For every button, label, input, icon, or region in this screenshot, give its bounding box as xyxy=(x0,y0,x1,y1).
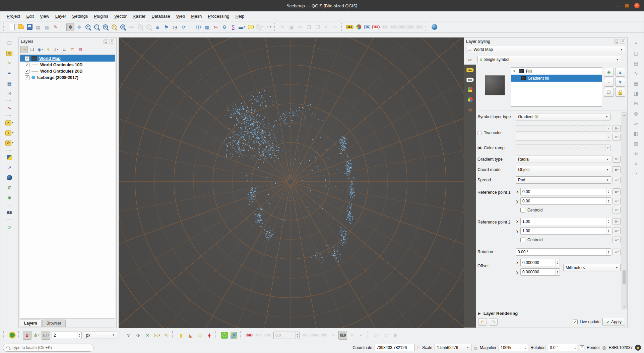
select-features-icon[interactable]: ➤▾ xyxy=(5,119,13,127)
menu-processing[interactable]: Processing xyxy=(205,12,232,20)
tree-expand-icon[interactable]: ▼ xyxy=(513,70,517,73)
menu-web[interactable]: Web xyxy=(173,12,188,20)
elevation-profile-icon[interactable]: ∿ xyxy=(5,104,13,112)
styling-scrollbar[interactable]: ▲▼ xyxy=(622,112,627,309)
offset-x-spin[interactable]: ▲▼ xyxy=(520,259,560,266)
data-source-manager-icon[interactable]: ❏ xyxy=(5,39,13,47)
duplicate-symbol-layer-icon[interactable]: ❐ xyxy=(604,88,614,97)
symbol-layer-type-combo[interactable]: Gradient fill ▼ xyxy=(516,113,610,120)
zoom-to-layer-icon[interactable]: ≣ xyxy=(119,23,127,31)
right-toolbar-icon-2[interactable]: ◫ xyxy=(632,49,640,57)
data-defined-override-icon[interactable]: ≣▾ xyxy=(613,218,621,225)
data-defined-override-icon[interactable]: ≣▾ xyxy=(613,228,621,234)
temporal-controller-icon[interactable]: ◷ xyxy=(171,23,179,31)
globe-plugin-icon[interactable] xyxy=(5,174,13,182)
renderer-combo[interactable]: ≡ Single symbol ▼ xyxy=(477,56,621,63)
deselect-features-icon[interactable]: ∅▾ xyxy=(5,139,13,147)
right-toolbar-icon-14[interactable]: ◔ xyxy=(632,170,640,178)
right-toolbar-icon-4[interactable]: ∿ xyxy=(632,69,640,77)
magnifier-spin[interactable]: ▲▼ xyxy=(499,344,528,351)
menu-view[interactable]: View xyxy=(37,12,52,20)
data-defined-override-icon[interactable]: ≣▾ xyxy=(613,125,621,132)
new-map-view-icon[interactable]: ⊞ xyxy=(153,23,162,31)
menu-project[interactable]: Project xyxy=(4,12,23,20)
tab-browser[interactable]: Browser xyxy=(42,320,66,327)
style-undo-icon[interactable]: ↶ xyxy=(478,318,487,326)
layer-visibility-checkbox[interactable]: ✓ xyxy=(25,75,29,80)
plot-tool-icon[interactable]: ↗ xyxy=(5,164,13,172)
digitize-blob-plugin-icon[interactable]: ✾ xyxy=(5,194,13,202)
map-canvas[interactable] xyxy=(119,37,464,328)
layer-diagram-icon[interactable] xyxy=(355,23,363,31)
snap-intersection-icon[interactable]: ✕ xyxy=(143,331,152,340)
menu-database[interactable]: Database xyxy=(148,12,173,20)
right-toolbar-icon-3[interactable]: ▤ xyxy=(632,59,640,67)
styling-panel-close-icon[interactable]: ✕ xyxy=(621,39,625,44)
pin-labels-icon[interactable]: ab xyxy=(363,23,371,31)
right-toolbar-icon-10[interactable]: ◧ xyxy=(632,129,640,138)
layer-item[interactable]: ✓Icebergs (2008-2017) xyxy=(20,74,115,81)
move-up-icon[interactable]: ▲ xyxy=(615,68,625,77)
menu-mesh[interactable]: Mesh xyxy=(188,12,205,20)
snapping-toggle-icon[interactable]: ∪ xyxy=(23,331,31,340)
minimize-icon[interactable]: — xyxy=(615,4,620,7)
layer-visibility-checkbox[interactable]: ✓ xyxy=(25,69,29,74)
gps-tracking-icon[interactable]: ψ xyxy=(196,331,204,340)
coord-mode-combo[interactable]: Object ▼ xyxy=(516,166,611,173)
view-3d-tab-icon[interactable] xyxy=(468,87,472,92)
styling-panel-float-icon[interactable]: ❏ xyxy=(615,39,619,44)
render-checkbox[interactable]: ✓ xyxy=(580,345,584,350)
pan-to-selection-icon[interactable]: ✥ xyxy=(75,23,83,31)
map-svg[interactable] xyxy=(119,37,464,328)
map-edit-icon[interactable]: ✎ xyxy=(230,331,238,340)
move-down-icon[interactable]: ▼ xyxy=(615,78,625,87)
text-annotation-icon[interactable]: T▾ xyxy=(264,23,272,31)
filter-legend-icon[interactable]: ▼ xyxy=(45,46,52,53)
cad-protractor-icon[interactable]: ◣ xyxy=(186,331,195,340)
trace-plus-icon[interactable]: T+ xyxy=(338,331,347,340)
metasearch-icon[interactable] xyxy=(430,23,438,31)
map-tips-icon[interactable] xyxy=(247,23,255,31)
menu-vector[interactable]: Vector xyxy=(111,12,130,20)
ref2-x-spin[interactable]: ▲▼ xyxy=(520,218,611,225)
collapse-all-icon[interactable]: ⇈ xyxy=(69,46,76,53)
trace-minus-icon[interactable]: T- xyxy=(329,331,338,340)
new-geopackage-layer-icon[interactable]: ◍ xyxy=(5,49,13,57)
new-spatialite-layer-icon[interactable]: ✒ xyxy=(5,69,13,77)
coordinate-input[interactable] xyxy=(375,344,415,351)
lock-color-icon[interactable] xyxy=(615,88,625,97)
layer-rendering-section[interactable]: ▶ Layer Rendering xyxy=(477,309,627,318)
crs-value[interactable]: ESRI:102037 xyxy=(609,345,633,350)
refresh-map-icon[interactable]: ⟳ xyxy=(180,23,188,31)
snap-tolerance-spin[interactable]: ▲▼ xyxy=(52,332,82,339)
right-toolbar-icon-11[interactable]: ▥ xyxy=(632,140,640,148)
centroid-2-checkbox[interactable] xyxy=(520,238,525,242)
right-toolbar-icon-13[interactable]: ⌗ xyxy=(632,160,640,168)
symbology-tab-icon[interactable]: ✑ xyxy=(466,56,474,64)
layer-visibility-checkbox[interactable]: ✓ xyxy=(25,56,29,61)
tab-layers[interactable]: Layers xyxy=(20,320,42,327)
color-ramp-radio[interactable] xyxy=(477,146,482,150)
data-defined-override-icon[interactable]: ≣▾ xyxy=(613,177,621,183)
advanced-digitizing-icon[interactable]: AD xyxy=(245,331,253,340)
zoom-out-icon[interactable]: − xyxy=(92,23,101,31)
scale-combo[interactable]: 1:55562276 ▼ xyxy=(435,344,471,351)
bookmarks-icon[interactable]: ⚑ xyxy=(162,23,170,31)
data-defined-override-icon[interactable]: ≣▾ xyxy=(613,198,621,204)
snap-unit-combo[interactable]: px▼ xyxy=(84,332,117,339)
crs-globe-icon[interactable]: ◍ xyxy=(602,345,606,350)
layer-visibility-checkbox[interactable]: ✓ xyxy=(25,63,29,67)
cad-cylinder-icon[interactable]: ▮ xyxy=(177,331,186,340)
expand-all-icon[interactable]: ⇊ xyxy=(61,46,68,53)
menu-layer[interactable]: Layer xyxy=(52,12,69,20)
add-symbol-layer-icon[interactable]: ✚ xyxy=(604,68,614,77)
right-toolbar-icon-7[interactable]: ⊞ xyxy=(632,99,640,107)
data-defined-override-icon[interactable]: ≣▾ xyxy=(613,249,621,255)
layout-manager-icon[interactable]: ▥ xyxy=(43,23,51,31)
right-toolbar-icon-1[interactable]: ⌖ xyxy=(632,39,640,47)
topological-editing-icon[interactable]: ⋎ xyxy=(124,331,133,340)
menu-plugins[interactable]: Plugins xyxy=(91,12,111,20)
data-defined-override-icon[interactable]: ≣▾ xyxy=(613,237,621,243)
open-project-icon[interactable] xyxy=(17,23,25,31)
ref1-y-spin[interactable]: ▲▼ xyxy=(520,197,611,205)
